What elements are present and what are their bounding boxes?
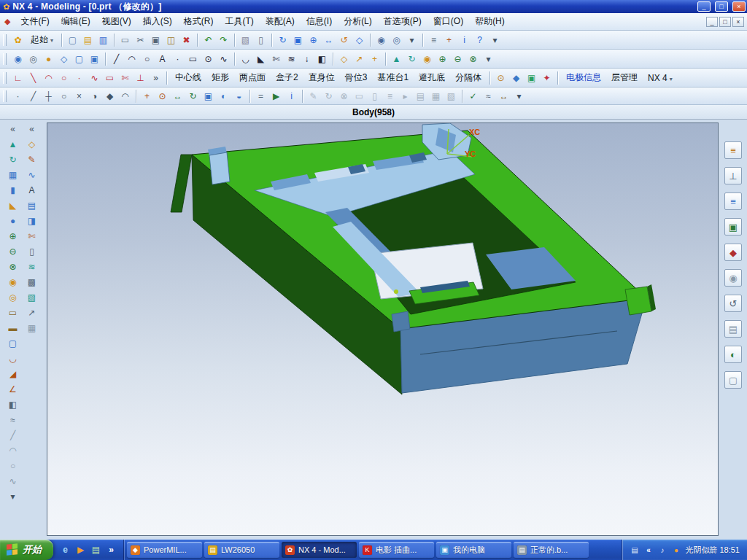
intersection-snap-icon[interactable]: × bbox=[72, 89, 86, 103]
zoom-view-icon[interactable]: ⊕ bbox=[306, 33, 320, 47]
sketch-icon[interactable]: ✎ bbox=[25, 152, 39, 166]
shaded-mode-icon[interactable]: ◉ bbox=[374, 33, 388, 47]
model-tab-left[interactable] bbox=[209, 152, 230, 184]
refresh-view-icon[interactable]: ↻ bbox=[276, 33, 290, 47]
ime-indicator-icon[interactable]: ▤ bbox=[629, 545, 640, 556]
wcs-display-icon[interactable]: + bbox=[442, 33, 456, 47]
object-info-icon[interactable]: i bbox=[457, 33, 471, 47]
extrude-icon[interactable]: ▲ bbox=[6, 137, 20, 151]
menu-help[interactable]: 帮助(H) bbox=[469, 13, 511, 30]
tray-app-icon[interactable]: ● bbox=[670, 545, 681, 556]
straight-wall-button[interactable]: 直身位 bbox=[303, 70, 340, 85]
menu-preferences[interactable]: 首选项(P) bbox=[378, 13, 427, 30]
tangent-snap-icon[interactable]: ◠ bbox=[118, 89, 132, 103]
edm-tool-1-icon[interactable]: ⊙ bbox=[494, 71, 508, 85]
layer-manager-button[interactable]: 层管理 bbox=[606, 70, 643, 85]
patch-icon[interactable]: ▩ bbox=[25, 275, 39, 289]
check-mate-icon[interactable]: ✓ bbox=[466, 89, 480, 103]
fit-view-icon[interactable]: ▣ bbox=[291, 33, 305, 47]
pan-view-icon[interactable]: ↔ bbox=[322, 33, 336, 47]
offset-surface-icon[interactable]: ≋ bbox=[25, 260, 39, 273]
box-2-button[interactable]: 盒子2 bbox=[271, 70, 303, 85]
draft-point-icon[interactable]: · bbox=[171, 52, 185, 66]
measure-distance-icon[interactable]: ↔ bbox=[497, 89, 511, 103]
edge-blend-icon[interactable]: ◡ bbox=[6, 351, 20, 365]
shell-icon[interactable]: ▢ bbox=[6, 336, 20, 350]
save-file-icon[interactable]: ▥ bbox=[96, 33, 110, 47]
menu-information[interactable]: 信息(I) bbox=[301, 13, 338, 30]
copy-icon[interactable]: ▣ bbox=[149, 33, 163, 47]
front-view-icon[interactable]: ▣ bbox=[88, 52, 101, 66]
project-curve-icon[interactable]: ↓ bbox=[300, 52, 314, 66]
shaded-edges-view-icon[interactable]: ◉ bbox=[11, 52, 25, 66]
menu-insert[interactable]: 插入(S) bbox=[137, 13, 178, 30]
task-movie[interactable]: K电影 插曲... bbox=[359, 542, 434, 558]
trim-body-icon[interactable]: ✄ bbox=[25, 229, 39, 243]
system-scene-icon[interactable]: ▢ bbox=[724, 371, 742, 389]
hd3d-tools-icon[interactable]: ◆ bbox=[724, 244, 742, 261]
pocket-icon[interactable]: ▭ bbox=[6, 306, 20, 319]
undo-icon[interactable]: ↶ bbox=[201, 33, 215, 47]
draft-icon[interactable]: ∠ bbox=[6, 382, 20, 396]
top-view-icon[interactable]: ▢ bbox=[72, 52, 86, 66]
sketch-rectangle-icon[interactable]: ▭ bbox=[103, 71, 117, 85]
offset-curve-icon[interactable]: ≋ bbox=[285, 52, 298, 66]
open-file-icon[interactable]: ▤ bbox=[81, 33, 95, 47]
hole-icon[interactable]: ◉ bbox=[6, 275, 20, 289]
thicken-icon[interactable]: ▧ bbox=[25, 290, 39, 304]
profile-icon[interactable]: ∟ bbox=[11, 71, 25, 85]
print-icon[interactable]: ▭ bbox=[118, 33, 132, 47]
circle-curve-icon[interactable]: ○ bbox=[6, 459, 20, 472]
scale-body-icon[interactable]: ↗ bbox=[25, 306, 39, 319]
pattern-feature-icon[interactable]: ▤ bbox=[25, 198, 39, 212]
part-navigator-icon[interactable]: ≡ bbox=[724, 192, 742, 210]
hole-tb-icon[interactable]: ◉ bbox=[420, 52, 434, 66]
minimize-button[interactable]: _ bbox=[697, 1, 711, 12]
mirror-curve-icon[interactable]: ◧ bbox=[315, 52, 329, 66]
datum-axis-tb-icon[interactable]: ↗ bbox=[352, 52, 366, 66]
existing-point-snap-icon[interactable]: ◆ bbox=[103, 89, 117, 103]
unite-icon[interactable]: ⊕ bbox=[6, 229, 20, 243]
extrude-tb-icon[interactable]: ▲ bbox=[390, 52, 403, 66]
constraint-navigator-icon[interactable]: ⊥ bbox=[724, 167, 742, 184]
task-my-computer[interactable]: ▣我的电脑 bbox=[436, 542, 511, 558]
menu-view[interactable]: 视图(V) bbox=[96, 13, 137, 30]
menu-analysis[interactable]: 分析(L) bbox=[338, 13, 378, 30]
revolve-tb-icon[interactable]: ↻ bbox=[405, 52, 419, 66]
new-window-icon[interactable]: ▯ bbox=[254, 33, 268, 47]
datum-plane-tb-icon[interactable]: ◇ bbox=[337, 52, 351, 66]
rotate-view-icon[interactable]: ↺ bbox=[337, 33, 351, 47]
toolbar-options-2-icon[interactable]: ▾ bbox=[481, 52, 495, 66]
quick-launch-more-icon[interactable]: » bbox=[105, 544, 117, 556]
wireframe-mode-icon[interactable]: ◎ bbox=[390, 33, 403, 47]
draft-arc-icon[interactable]: ◠ bbox=[125, 52, 139, 66]
boss-icon[interactable]: ◎ bbox=[6, 290, 20, 304]
history-palette-icon[interactable]: ↺ bbox=[724, 295, 742, 312]
draft-rectangle-icon[interactable]: ▭ bbox=[186, 52, 200, 66]
menu-tools[interactable]: 工具(T) bbox=[219, 13, 259, 30]
rib-3-button[interactable]: 骨位3 bbox=[340, 70, 373, 85]
task-nx4[interactable]: ✿NX 4 - Mod... bbox=[282, 542, 357, 558]
roles-palette-icon[interactable]: ◐ bbox=[724, 346, 742, 363]
electrode-info-button[interactable]: 电极信息 bbox=[561, 70, 606, 85]
task-normal-b[interactable]: ▤正常的.b... bbox=[514, 542, 589, 558]
unite-tb-icon[interactable]: ⊕ bbox=[436, 52, 449, 66]
endpoint-snap-icon[interactable]: ╱ bbox=[26, 89, 40, 103]
cylinder-icon[interactable]: ▮ bbox=[6, 183, 20, 197]
datum-base-1-button[interactable]: 基准台1 bbox=[372, 70, 414, 85]
wireframe-view-icon[interactable]: ◎ bbox=[26, 52, 40, 66]
chamfer-curve-icon[interactable]: ◣ bbox=[254, 52, 268, 66]
model-left-flange[interactable] bbox=[171, 155, 192, 212]
mdi-close-button[interactable]: × bbox=[732, 17, 744, 27]
avoid-hole-base-button[interactable]: 避孔底 bbox=[414, 70, 450, 85]
snapshot-icon[interactable]: ▧ bbox=[239, 33, 252, 47]
paste-icon[interactable]: ◫ bbox=[164, 33, 178, 47]
tray-volume-icon[interactable]: ♪ bbox=[657, 545, 667, 556]
macro-play-icon[interactable]: ▶ bbox=[269, 89, 283, 103]
fillet-curve-icon[interactable]: ◡ bbox=[239, 52, 252, 66]
maximize-button[interactable]: □ bbox=[715, 1, 728, 12]
tray-collapse-icon[interactable]: « bbox=[643, 545, 654, 556]
mirror-body-icon[interactable]: ◧ bbox=[6, 397, 20, 411]
pad-icon[interactable]: ▬ bbox=[6, 321, 20, 335]
wcs-dynamics-icon[interactable]: + bbox=[140, 89, 154, 103]
